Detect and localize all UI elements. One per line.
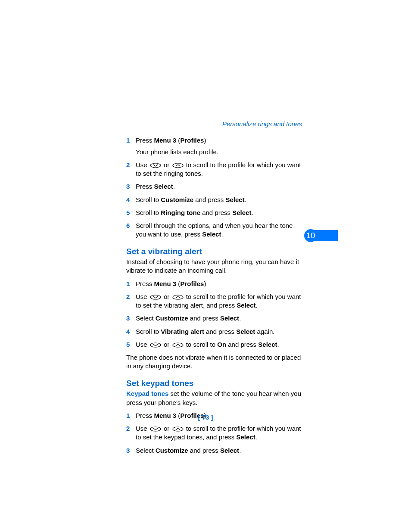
scroll-up-icon [172,295,184,300]
bold-text: Select [202,230,221,238]
svg-point-0 [150,163,161,168]
bold-text: Profiles [180,280,204,287]
list-item: 4Scroll to Customize and press Select. [136,196,303,204]
step-result: Your phone lists each profile. [136,148,303,156]
list-item: 2Use or to scroll to the profile for whi… [136,292,303,310]
step-number: 1 [126,136,130,145]
section-b-note: The phone does not vibrate when it is co… [126,353,303,371]
step-number: 4 [126,327,130,336]
page-content: Personalize rings and tones 1Press Menu … [126,120,303,455]
bold-text: Customize [156,447,188,454]
svg-point-7 [173,427,183,431]
bold-text: Select [225,196,244,203]
section-b-intro: Instead of choosing to have your phone r… [126,258,303,275]
step-text: Scroll through the options, and when you… [136,222,293,238]
list-item: 6Scroll through the options, and when yo… [136,221,303,239]
section-c-heading: Set keypad tones [126,378,303,389]
section-b-heading: Set a vibrating alert [126,246,303,257]
svg-point-3 [173,295,183,299]
step-text: Select Customize and press Select. [136,447,241,454]
svg-point-2 [150,295,161,299]
svg-point-6 [150,427,161,431]
step-text: Use or to scroll to the profile for whic… [136,161,301,177]
bold-text: Ringing tone [161,209,200,216]
chapter-number: 10 [304,229,317,242]
step-text: Press Menu 3 (Profiles) [136,137,206,144]
document-page: Personalize rings and tones 1Press Menu … [0,0,411,532]
keypad-tones-term: Keypad tones [126,390,168,397]
list-item: 2Use or to scroll to the profile for whi… [136,424,303,442]
step-number: 2 [126,161,130,169]
list-item: 2Use or to scroll to the profile for whi… [136,161,303,178]
step-number: 6 [126,221,130,230]
step-text: Press Menu 3 (Profiles) [136,280,206,287]
scroll-up-icon [172,163,184,168]
svg-point-5 [173,343,183,347]
list-item: 5Use or to scroll to On and press Select… [136,340,303,349]
bold-text: Select [232,209,251,216]
step-number: 4 [126,196,130,204]
bold-text: Select [237,302,255,309]
scroll-up-icon [172,426,184,432]
page-header: Personalize rings and tones [126,120,302,128]
list-item: 3Select Customize and press Select. [136,314,303,323]
list-item: 4Scroll to Vibrating alert and press Sel… [136,327,303,336]
step-number: 1 [126,280,130,288]
step-number: 3 [126,314,130,323]
step-number: 2 [126,292,130,301]
step-text: Use or to scroll to the profile for whic… [136,293,301,309]
step-number: 5 [126,340,130,349]
svg-point-1 [173,163,183,168]
step-text: Select Customize and press Select. [136,314,241,322]
list-item: 3Press Select. [136,182,303,191]
section-c-intro: Keypad tones set the volume of the tone … [126,389,303,407]
section-b-steps: 1Press Menu 3 (Profiles)2Use or to scrol… [126,280,303,349]
bold-text: Customize [156,314,188,322]
page-number: [ 73 ] [0,414,411,421]
step-text: Use or to scroll to On and press Select. [136,341,279,348]
bold-text: Customize [161,196,193,203]
svg-point-4 [150,343,161,347]
step-number: 2 [126,424,130,433]
step-text: Scroll to Vibrating alert and press Sele… [136,328,274,335]
scroll-down-icon [150,295,161,300]
bold-text: Select [220,447,239,454]
bold-text: On [217,341,226,348]
list-item: 3Select Customize and press Select. [136,446,303,455]
step-text: Scroll to Ringing tone and press Select. [136,209,253,216]
list-item: 1Press Menu 3 (Profiles)Your phone lists… [136,136,303,156]
list-item: 1Press Menu 3 (Profiles) [136,280,303,288]
bold-text: Select [236,433,255,441]
scroll-down-icon [150,163,161,168]
bold-text: Select [154,183,173,190]
step-text: Scroll to Customize and press Select. [136,196,246,203]
list-item: 5Scroll to Ringing tone and press Select… [136,208,303,217]
step-number: 3 [126,446,130,455]
bold-text: Select [258,341,277,348]
section-a-steps: 1Press Menu 3 (Profiles)Your phone lists… [126,136,303,239]
scroll-down-icon [150,342,161,348]
bold-text: Profiles [180,137,204,144]
bold-text: Menu 3 [154,137,177,144]
bold-text: Select [220,314,239,322]
bold-text: Menu 3 [154,280,177,287]
chapter-tab: 10 [306,230,338,241]
step-text: Use or to scroll to the profile for whic… [136,425,301,441]
step-text: Press Select. [136,183,175,190]
bold-text: Vibrating alert [161,328,204,335]
bold-text: Select [236,328,255,335]
step-number: 5 [126,208,130,217]
scroll-down-icon [150,426,161,432]
step-number: 3 [126,182,130,191]
scroll-up-icon [172,342,184,348]
